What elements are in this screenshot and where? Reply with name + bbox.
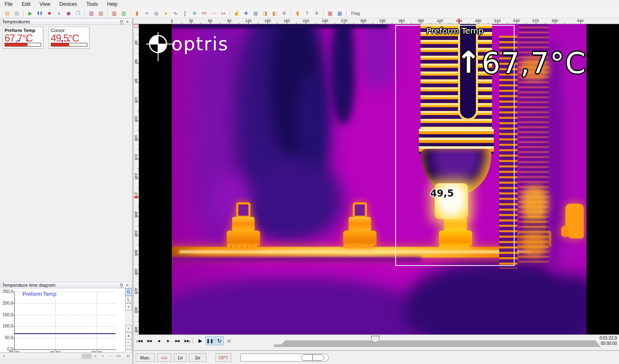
- fast-forward-button[interactable]: ▶▶: [173, 336, 182, 345]
- ruler-tick-label: 30: [134, 38, 138, 47]
- zoom-out-y-button[interactable]: −: [125, 339, 132, 346]
- temperature-range-bar: ▼▼: [5, 43, 41, 47]
- ruler-tick-label: 360: [134, 248, 138, 257]
- digital-display-icon[interactable]: 458: [200, 9, 208, 17]
- range-x-button[interactable]: <>: [115, 353, 122, 359]
- play-button[interactable]: ▶: [196, 336, 205, 345]
- save-file-icon[interactable]: ▦: [12, 9, 21, 17]
- record-icon[interactable]: ●: [54, 9, 63, 17]
- palette-range-track[interactable]: [240, 354, 329, 362]
- step-back-button[interactable]: ◀: [154, 336, 163, 345]
- low-alarm-marker-icon[interactable]: ▼: [60, 39, 64, 43]
- hot-spot-icon[interactable]: ●: [161, 9, 170, 17]
- profile-line-icon[interactable]: ∿: [171, 9, 180, 17]
- export-image-icon[interactable]: ▥: [97, 9, 105, 17]
- ruler-tick-label: 240: [134, 172, 138, 180]
- close-icon[interactable]: ×: [124, 19, 130, 25]
- scroll-down-button[interactable]: ∨: [125, 325, 132, 332]
- full-screen-icon[interactable]: ❖: [242, 9, 250, 17]
- scroll-up-button[interactable]: ∧: [125, 303, 132, 310]
- optris-logo: optris: [149, 35, 228, 53]
- step-forward-button[interactable]: ▶: [164, 336, 173, 345]
- menu-help[interactable]: Help: [103, 0, 122, 8]
- global-scale-button[interactable]: G: [125, 288, 132, 295]
- pin-icon[interactable]: [119, 19, 124, 25]
- scroll-left-button[interactable]: <: [1, 353, 7, 359]
- ruler-tick-label: 90: [134, 76, 138, 85]
- y-tick-label: 250,0: [0, 289, 13, 294]
- temperature-card-value: 67,7°C: [5, 33, 41, 44]
- zoom-in-x-button[interactable]: +: [100, 353, 106, 359]
- save-image-icon[interactable]: ▥: [87, 9, 96, 17]
- hand-cursor-icon[interactable]: ☝: [232, 9, 241, 17]
- ruler-tick-label: 180: [134, 134, 138, 142]
- home-button[interactable]: H: [125, 353, 131, 359]
- zoom-out-x-button[interactable]: −: [107, 353, 113, 359]
- flag-button[interactable]: Flag: [349, 9, 362, 17]
- step-function-icon[interactable]: ʃ: [181, 9, 189, 17]
- thermal-image-viewport[interactable]: optris Preform Temp ↑ 67,7°C 49,5: [139, 24, 619, 334]
- --button[interactable]: </>: [157, 353, 171, 362]
- chart-lines-icon[interactable]: ≋: [190, 9, 199, 17]
- zoom-in-y-button[interactable]: +: [125, 332, 132, 339]
- open-file-icon[interactable]: ▤: [3, 9, 12, 17]
- ruler-units-icon[interactable]: [134, 24, 138, 28]
- palette-select-icon[interactable]: ▮: [133, 9, 141, 17]
- histogram-icon[interactable]: ılıl: [142, 9, 151, 17]
- range-y-button[interactable]: <>: [125, 346, 132, 353]
- record-ravi-icon[interactable]: ▦: [335, 9, 344, 17]
- high-alarm-marker-icon[interactable]: ▼: [67, 39, 71, 43]
- opt-button[interactable]: OPT: [215, 353, 231, 362]
- pause-icon[interactable]: ❚❚: [35, 9, 44, 17]
- toolbar: ▤▦▶❚❚■●◉❐▥▥▥▥▮ılıl◎●∿ʃ≋458⋯↦☝❖▩◨◧✛▮Ŧ✛▦▦F…: [0, 8, 619, 18]
- ruler-tick-label: 60: [134, 57, 138, 66]
- temperature-scale-icon[interactable]: Ŧ: [303, 9, 312, 17]
- jump-first-button[interactable]: |◀◀: [135, 336, 144, 345]
- palette-range-tick: [312, 354, 313, 361]
- video-camera-icon[interactable]: ◎: [152, 9, 161, 17]
- pin-icon[interactable]: [119, 283, 124, 288]
- settings-tools-icon[interactable]: ✛: [280, 9, 289, 17]
- palette-marker-down-icon[interactable]: ◧: [270, 9, 279, 17]
- ruler-tick-label: 210: [134, 153, 138, 161]
- jump-last-button[interactable]: ▶▶|: [183, 336, 192, 345]
- time-total: 0:01:22,9: [599, 336, 617, 340]
- copy-icon[interactable]: ❐: [74, 9, 82, 17]
- close-icon[interactable]: ×: [124, 283, 130, 288]
- menu-file[interactable]: File: [0, 0, 17, 8]
- seek-track[interactable]: [274, 340, 601, 347]
- low-alarm-marker-icon[interactable]: ▼: [17, 39, 20, 43]
- export-data-green-icon[interactable]: ▥: [119, 9, 128, 17]
- frame-mode-button[interactable]: ▯▯: [225, 336, 233, 345]
- 1--button[interactable]: 1σ: [174, 353, 186, 362]
- menu-tools[interactable]: Tools: [82, 0, 103, 8]
- diagram-panel-title: Temperature time diagram ×: [0, 282, 132, 288]
- scroll-right-button[interactable]: >: [92, 353, 98, 359]
- ruler-cursor-marker: [134, 197, 139, 198]
- play-icon[interactable]: ▶: [26, 9, 35, 17]
- loop-button[interactable]: ↻: [215, 336, 224, 345]
- man--button[interactable]: Man.: [136, 353, 155, 362]
- export-data-red-icon[interactable]: ▥: [110, 9, 119, 17]
- high-alarm-marker-icon[interactable]: ▼: [25, 39, 29, 43]
- menu-view[interactable]: View: [35, 0, 55, 8]
- stop-icon[interactable]: ■: [45, 9, 54, 17]
- snapshot-camera-icon[interactable]: ◉: [64, 9, 73, 17]
- menu-edit[interactable]: Edit: [17, 0, 35, 8]
- area-select-icon[interactable]: ▩: [251, 9, 260, 17]
- 3--button[interactable]: 3σ: [189, 353, 206, 362]
- device-tools-icon[interactable]: ✛: [312, 9, 321, 17]
- hscroll-thumb[interactable]: [82, 354, 92, 359]
- pause-button[interactable]: ❚❚: [206, 336, 214, 345]
- menu-devices[interactable]: Devices: [55, 0, 82, 8]
- palette-marker-up-icon[interactable]: ◨: [261, 9, 270, 17]
- measure-scale-icon[interactable]: ↦: [219, 9, 228, 17]
- record-avi-icon[interactable]: ▦: [326, 9, 334, 17]
- local-scale-button[interactable]: L: [125, 296, 132, 303]
- scaling-bar: Man.</>1σ3σOPT: [134, 350, 619, 364]
- rewind-button[interactable]: ◀◀: [145, 336, 154, 345]
- temperatures-panel-title: Temperatures ×: [0, 18, 132, 25]
- optris-logo-text: optris: [171, 35, 228, 53]
- temperature-bar-icon[interactable]: ▮: [293, 9, 302, 17]
- measure-dashes-icon[interactable]: ⋯: [209, 9, 218, 17]
